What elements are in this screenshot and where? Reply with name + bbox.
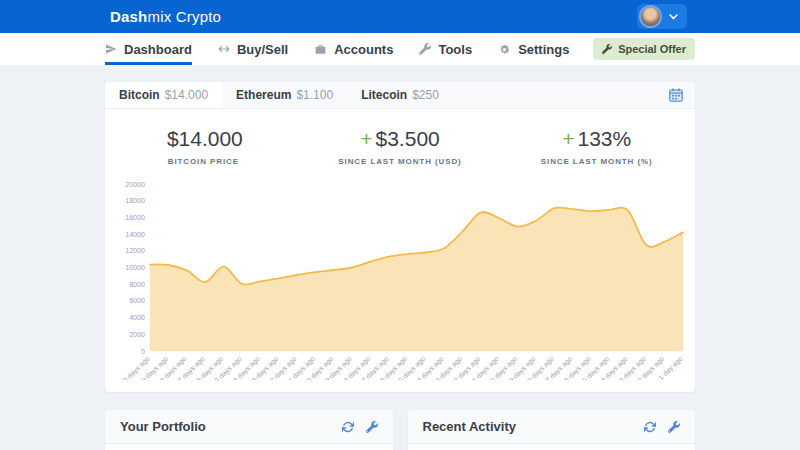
wrench-icon [602,44,612,54]
stat-number: 133% [577,127,631,150]
rocket-icon [105,43,117,55]
nav-label: Accounts [334,42,393,57]
calendar-icon [669,88,683,102]
special-offer-button[interactable]: Special Offer [593,38,695,60]
briefcase-icon [314,43,327,56]
stat-label: BITCOIN PRICE [105,157,302,166]
tab-coin-name: Litecoin [361,88,407,102]
refresh-button[interactable] [342,421,354,433]
brand-bold: Dash [110,8,147,25]
tab-coin-price: $250 [412,88,439,102]
svg-text:4000: 4000 [129,314,145,321]
stat-value: +$3.500 [302,127,499,151]
svg-text:2000: 2000 [129,331,145,338]
stat-change-usd: +$3.500 SINCE LAST MONTH (USD) [302,127,499,166]
tab-bitcoin[interactable]: Bitcoin $14.000 [105,82,222,108]
recent-activity-panel: Recent Activity [408,410,696,450]
tab-litecoin[interactable]: Litecoin $250 [347,82,453,108]
wrench-icon [419,43,431,55]
refresh-button[interactable] [644,421,656,433]
stat-value: $14.000 [105,127,302,151]
main-content: Bitcoin $14.000 Ethereum $1.100 Litecoin… [0,65,800,450]
panel-title: Your Portfolio [120,419,206,434]
nav-item-settings[interactable]: Settings [498,33,569,65]
svg-text:12000: 12000 [126,247,146,254]
tab-coin-name: Ethereum [236,88,291,102]
gear-icon [498,43,511,56]
refresh-icon [644,421,656,433]
plus-sign: + [562,127,574,150]
panel-header: Recent Activity [408,410,696,444]
nav-item-tools[interactable]: Tools [419,33,472,65]
svg-text:6000: 6000 [129,297,145,304]
nav-label: Settings [518,42,569,57]
tab-coin-price: $1.100 [296,88,333,102]
avatar [641,7,660,26]
nav-item-accounts[interactable]: Accounts [314,33,393,65]
wrench-icon [366,421,378,433]
svg-text:20000: 20000 [126,181,146,188]
tab-coin-name: Bitcoin [119,88,160,102]
nav-label: Tools [438,42,472,57]
your-portfolio-panel: Your Portfolio [105,410,393,450]
bitcoin-price-area-chart: 0200040006000800010000120001400016000180… [112,180,687,380]
stat-number: $3.500 [376,127,440,150]
tab-ethereum[interactable]: Ethereum $1.100 [222,82,347,108]
svg-text:10000: 10000 [126,264,146,271]
tab-coin-price: $14.000 [165,88,208,102]
top-header-bar: Dashmix Crypto [0,0,800,33]
stat-label: SINCE LAST MONTH (%) [498,157,695,166]
refresh-icon [342,421,354,433]
stat-change-percent: +133% SINCE LAST MONTH (%) [498,127,695,166]
stat-bitcoin-price: $14.000 BITCOIN PRICE [105,127,302,166]
nav-item-dashboard[interactable]: Dashboard [105,33,192,65]
stat-number: $14.000 [167,127,243,150]
nav-item-buy-sell[interactable]: Buy/Sell [218,33,288,65]
user-menu-button[interactable] [637,4,687,29]
nav-label: Buy/Sell [237,42,288,57]
brand-rest: mix Crypto [147,8,221,25]
panel-header: Your Portfolio [105,410,393,444]
chart-area: 0200040006000800010000120001400016000180… [105,180,695,392]
svg-text:0: 0 [141,348,145,355]
options-button[interactable] [366,421,378,433]
coin-tabs-bar: Bitcoin $14.000 Ethereum $1.100 Litecoin… [105,82,695,109]
special-offer-label: Special Offer [618,43,686,55]
stat-label: SINCE LAST MONTH (USD) [302,157,499,166]
svg-text:8000: 8000 [129,281,145,288]
bitcoin-overview-card: Bitcoin $14.000 Ethereum $1.100 Litecoin… [105,82,695,392]
chevron-down-icon [669,14,678,20]
exchange-arrows-icon [218,43,230,55]
brand-logo: Dashmix Crypto [110,8,221,25]
bottom-panels-row: Your Portfolio [105,410,695,450]
main-nav: Dashboard Buy/Sell Accounts Tools Settin… [0,33,800,65]
panel-title: Recent Activity [423,419,516,434]
nav-label: Dashboard [124,42,192,57]
options-button[interactable] [668,421,680,433]
stat-value: +133% [498,127,695,151]
plus-sign: + [360,127,372,150]
wrench-icon [668,421,680,433]
calendar-button[interactable] [657,82,695,108]
svg-text:16000: 16000 [126,214,146,221]
svg-text:18000: 18000 [126,197,146,204]
svg-text:14000: 14000 [126,231,146,238]
stats-row: $14.000 BITCOIN PRICE +$3.500 SINCE LAST… [105,109,695,180]
